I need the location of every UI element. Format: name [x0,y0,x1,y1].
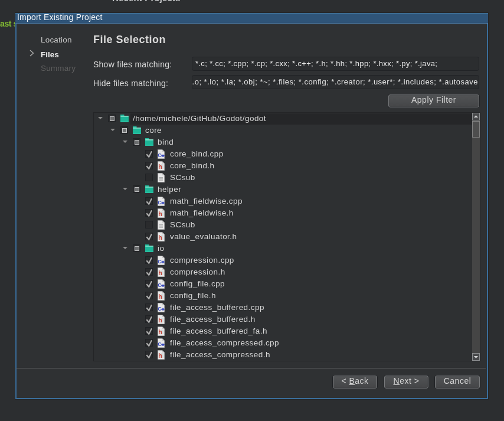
svg-text:C: C [158,282,162,288]
svg-text:C: C [158,152,162,158]
svg-text:C: C [158,200,162,205]
svg-text:C: C [158,259,162,265]
svg-text:h: h [158,163,162,170]
svg-text:h: h [158,316,162,324]
svg-text:C: C [158,306,162,312]
svg-text:C: C [158,341,162,347]
svg-text:h: h [158,352,162,359]
svg-text:h: h [158,293,162,300]
svg-text:h: h [158,269,162,276]
svg-text:h: h [158,328,162,335]
svg-text:h: h [158,210,162,217]
svg-text:h: h [158,234,162,241]
